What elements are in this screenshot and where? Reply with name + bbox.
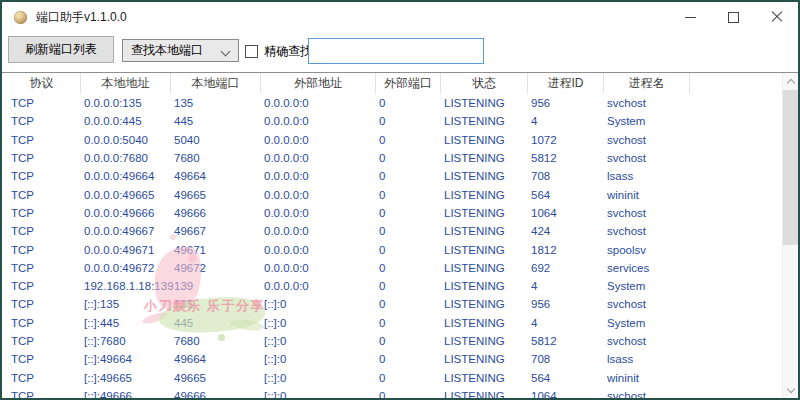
maximize-icon [728, 12, 739, 23]
app-window: 端口助手v1.1.0.0 刷新端口列表 查找本地端口 精确查找 协议本地地址本地… [0, 0, 800, 400]
cell-process-name: svchost [604, 134, 690, 146]
table-row[interactable]: TCP0.0.0.0:49664496640.0.0.0:00LISTENING… [3, 167, 783, 185]
cell-local-address: 0.0.0.0:49672 [81, 262, 171, 274]
table-row[interactable]: TCP[::]:76807680[::]:00LISTENING5812svch… [3, 332, 783, 350]
cell-status: LISTENING [441, 280, 528, 292]
table-row[interactable]: TCP0.0.0.0:49672496720.0.0.0:00LISTENING… [3, 259, 783, 277]
column-header-pid[interactable]: 进程ID [528, 73, 604, 94]
window-controls [669, 2, 798, 32]
column-header-local-port[interactable]: 本地端口 [171, 73, 261, 94]
minimize-button[interactable] [669, 2, 712, 32]
table-row[interactable]: TCP0.0.0.0:768076800.0.0.0:00LISTENING58… [3, 149, 783, 167]
scroll-down-icon [786, 384, 794, 392]
exact-search-checkbox-group[interactable]: 精确查找 [245, 43, 312, 60]
cell-status: LISTENING [441, 170, 528, 182]
column-header-local-address[interactable]: 本地地址 [81, 73, 171, 94]
cell-remote-port: 0 [376, 152, 441, 164]
cell-pid: 956 [528, 298, 604, 310]
cell-remote-address: 0.0.0.0:0 [261, 170, 376, 182]
chevron-down-icon [221, 47, 231, 57]
cell-protocol: TCP [3, 353, 81, 365]
minimize-icon [685, 17, 696, 18]
table-row[interactable]: TCP0.0.0.0:504050400.0.0.0:00LISTENING10… [3, 131, 783, 149]
cell-pid: 708 [528, 353, 604, 365]
cell-remote-port: 0 [376, 390, 441, 398]
maximize-button[interactable] [712, 2, 755, 32]
window-title: 端口助手v1.1.0.0 [36, 9, 127, 26]
table-row[interactable]: TCP0.0.0.0:49671496710.0.0.0:00LISTENING… [3, 240, 783, 258]
search-scope-dropdown[interactable]: 查找本地端口 [122, 39, 239, 62]
cell-remote-address: 0.0.0.0:0 [261, 244, 376, 256]
cell-remote-port: 0 [376, 372, 441, 384]
cell-local-port: 5040 [171, 134, 261, 146]
cell-pid: 4 [528, 280, 604, 292]
cell-remote-port: 0 [376, 244, 441, 256]
column-header-remote-address[interactable]: 外部地址 [261, 73, 376, 94]
search-input[interactable] [308, 38, 484, 64]
cell-protocol: TCP [3, 280, 81, 292]
cell-status: LISTENING [441, 134, 528, 146]
close-button[interactable] [755, 2, 798, 32]
cell-protocol: TCP [3, 134, 81, 146]
cell-local-address: 0.0.0.0:49667 [81, 225, 171, 237]
cell-remote-address: [::]:0 [261, 353, 376, 365]
cell-local-address: [::]:7680 [81, 335, 171, 347]
cell-local-address: [::]:49665 [81, 372, 171, 384]
cell-local-address: 0.0.0.0:5040 [81, 134, 171, 146]
cell-remote-address: [::]:0 [261, 335, 376, 347]
column-header-protocol[interactable]: 协议 [3, 73, 81, 94]
cell-local-port: 49664 [171, 353, 261, 365]
cell-status: LISTENING [441, 207, 528, 219]
exact-search-checkbox[interactable] [245, 45, 258, 58]
cell-local-address: 0.0.0.0:7680 [81, 152, 171, 164]
column-header-extra[interactable] [690, 73, 783, 94]
table-row[interactable]: TCP[::]:4966649666[::]:00LISTENING1064sv… [3, 387, 783, 398]
cell-status: LISTENING [441, 262, 528, 274]
cell-pid: 5812 [528, 152, 604, 164]
table-row[interactable]: TCP0.0.0.0:49666496660.0.0.0:00LISTENING… [3, 204, 783, 222]
cell-status: LISTENING [441, 244, 528, 256]
cell-protocol: TCP [3, 225, 81, 237]
refresh-ports-button[interactable]: 刷新端口列表 [8, 36, 114, 63]
cell-local-address: [::]:445 [81, 317, 171, 329]
column-header-process-name[interactable]: 进程名 [604, 73, 690, 94]
scroll-up-button[interactable] [783, 73, 798, 89]
cell-process-name: wininit [604, 189, 690, 201]
cell-protocol: TCP [3, 262, 81, 274]
cell-local-address: [::]:49664 [81, 353, 171, 365]
cell-local-address: 0.0.0.0:49664 [81, 170, 171, 182]
cell-pid: 708 [528, 170, 604, 182]
table-row[interactable]: TCP0.0.0.0:4454450.0.0.0:00LISTENING4Sys… [3, 112, 783, 130]
scroll-down-button[interactable] [783, 382, 798, 398]
cell-protocol: TCP [3, 390, 81, 398]
cell-protocol: TCP [3, 298, 81, 310]
table-header-row: 协议本地地址本地端口外部地址外部端口状态进程ID进程名 [3, 73, 783, 94]
table-row[interactable]: TCP[::]:4966549665[::]:00LISTENING564win… [3, 368, 783, 386]
table-row[interactable]: TCP0.0.0.0:1351350.0.0.0:00LISTENING956s… [3, 94, 783, 112]
column-header-remote-port[interactable]: 外部端口 [376, 73, 441, 94]
cell-remote-address: 0.0.0.0:0 [261, 225, 376, 237]
cell-protocol: TCP [3, 317, 81, 329]
vertical-scrollbar[interactable] [782, 73, 798, 398]
cell-status: LISTENING [441, 225, 528, 237]
cell-pid: 4 [528, 317, 604, 329]
cell-remote-address: [::]:0 [261, 390, 376, 398]
cell-pid: 5812 [528, 335, 604, 347]
cell-remote-port: 0 [376, 97, 441, 109]
cell-remote-port: 0 [376, 317, 441, 329]
table-row[interactable]: TCP[::]:135135[::]:00LISTENING956svchost [3, 295, 783, 313]
cell-remote-address: [::]:0 [261, 372, 376, 384]
cell-remote-address: 0.0.0.0:0 [261, 115, 376, 127]
table-row[interactable]: TCP[::]:4966449664[::]:00LISTENING708lsa… [3, 350, 783, 368]
scrollbar-thumb[interactable] [783, 90, 798, 245]
table-row[interactable]: TCP0.0.0.0:49667496670.0.0.0:00LISTENING… [3, 222, 783, 240]
column-header-status[interactable]: 状态 [441, 73, 528, 94]
cell-local-port: 49664 [171, 170, 261, 182]
cell-local-port: 49666 [171, 207, 261, 219]
cell-local-port: 49665 [171, 372, 261, 384]
cell-protocol: TCP [3, 170, 81, 182]
cell-process-name: svchost [604, 225, 690, 237]
table-row[interactable]: TCP[::]:445445[::]:00LISTENING4System [3, 314, 783, 332]
table-row[interactable]: TCP192.168.1.18:1391390.0.0.0:00LISTENIN… [3, 277, 783, 295]
table-row[interactable]: TCP0.0.0.0:49665496650.0.0.0:00LISTENING… [3, 185, 783, 203]
